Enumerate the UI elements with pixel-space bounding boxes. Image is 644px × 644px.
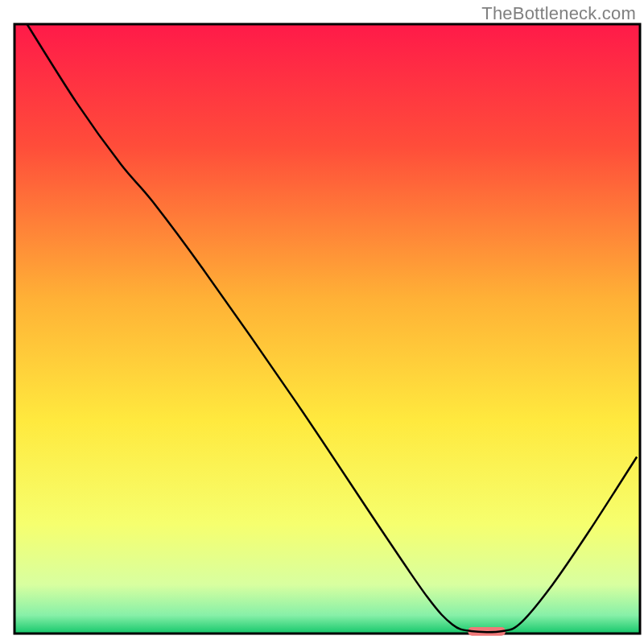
chart-container: TheBottleneck.com: [0, 0, 644, 644]
bottleneck-chart: [0, 0, 644, 644]
chart-background-gradient: [14, 24, 640, 634]
